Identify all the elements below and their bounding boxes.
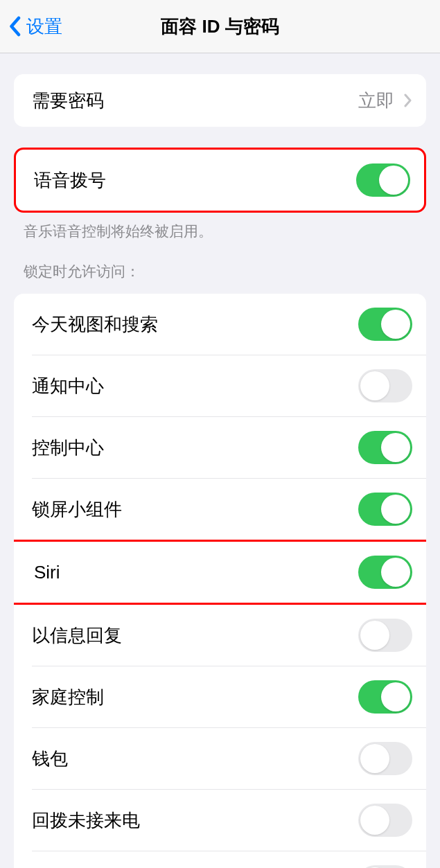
back-label: 设置 [26, 15, 62, 39]
nav-bar: 设置 面容 ID 与密码 [0, 0, 440, 53]
lock-access-group: 今天视图和搜索通知中心控制中心锁屏小组件Siri以信息回复家庭控制钱包回拨未接来… [14, 294, 426, 868]
lock-access-row: 家庭控制 [14, 666, 426, 727]
voice-dial-footer: 音乐语音控制将始终被启用。 [0, 213, 440, 241]
lock-access-toggle[interactable] [358, 619, 412, 652]
lock-access-row: 回拨未接来电 [14, 789, 426, 851]
lock-access-label: 今天视图和搜索 [32, 312, 158, 337]
require-passcode-value: 立即 [358, 89, 412, 113]
lock-access-label: Siri [34, 562, 60, 583]
require-passcode-label: 需要密码 [32, 89, 104, 113]
lock-access-toggle[interactable] [358, 804, 412, 837]
page-title: 面容 ID 与密码 [0, 15, 440, 39]
lock-access-row: 锁屏小组件 [14, 478, 426, 540]
lock-access-label: 钱包 [32, 747, 68, 771]
lock-access-header: 锁定时允许访问： [0, 241, 440, 287]
lock-access-toggle[interactable] [358, 742, 412, 775]
voice-dial-label: 语音拨号 [34, 168, 106, 193]
voice-dial-toggle[interactable] [356, 163, 410, 197]
lock-access-toggle[interactable] [358, 369, 412, 402]
lock-access-label: 通知中心 [32, 374, 104, 398]
lock-access-toggle[interactable] [358, 865, 412, 868]
lock-access-row: 今天视图和搜索 [14, 294, 426, 355]
siri-row-highlight: Siri [14, 540, 426, 605]
lock-access-label: 回拨未接来电 [32, 808, 140, 833]
lock-access-row: 控制中心 [14, 416, 426, 478]
lock-access-row: USB 配件 [14, 851, 426, 868]
chevron-left-icon [8, 16, 21, 37]
lock-access-row: Siri [14, 542, 426, 603]
lock-access-row: 以信息回复 [14, 605, 426, 666]
lock-access-row: 钱包 [14, 727, 426, 789]
voice-dial-group: 语音拨号 [14, 148, 426, 213]
passcode-group: 需要密码 立即 [14, 74, 426, 127]
lock-access-label: 家庭控制 [32, 685, 104, 709]
lock-access-toggle[interactable] [358, 431, 412, 464]
lock-access-toggle[interactable] [358, 556, 412, 589]
lock-access-label: 以信息回复 [32, 623, 122, 648]
back-button[interactable]: 设置 [0, 15, 62, 39]
require-passcode-row[interactable]: 需要密码 立即 [14, 74, 426, 127]
lock-access-label: 控制中心 [32, 436, 104, 460]
voice-dial-row: 语音拨号 [16, 150, 424, 211]
lock-access-row: 通知中心 [14, 355, 426, 416]
lock-access-label: 锁屏小组件 [32, 497, 122, 522]
lock-access-toggle[interactable] [358, 680, 412, 714]
lock-access-toggle[interactable] [358, 493, 412, 526]
lock-access-toggle[interactable] [358, 308, 412, 341]
chevron-right-icon [404, 94, 412, 107]
